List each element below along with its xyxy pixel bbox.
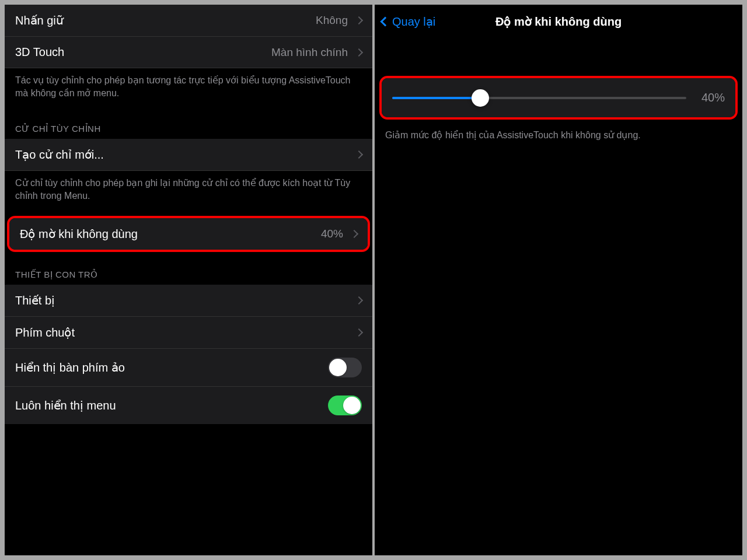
- row-always-show-menu[interactable]: Luôn hiển thị menu: [5, 387, 372, 424]
- create-gesture-label: Tạo cử chỉ mới...: [15, 148, 104, 162]
- top-footer-text: Tác vụ tùy chỉnh cho phép bạn tương tác …: [5, 68, 372, 110]
- touch3d-value-text: Màn hình chính: [271, 46, 348, 59]
- touch3d-value: Màn hình chính: [271, 46, 362, 59]
- chevron-right-icon: [355, 16, 363, 24]
- page-title: Độ mờ khi không dùng: [495, 15, 622, 29]
- create-gesture-chevron-wrap: [352, 152, 362, 158]
- row-mouse-keys[interactable]: Phím chuột: [5, 317, 372, 349]
- settings-pane-left: Nhấn giữ Không 3D Touch Màn hình chính T…: [5, 5, 372, 555]
- mouse-keys-label: Phím chuột: [15, 326, 75, 340]
- back-button[interactable]: Quay lại: [382, 15, 435, 29]
- section-header-custom-gestures: CỬ CHỈ TÙY CHỈNH: [5, 110, 372, 139]
- chevron-right-icon: [355, 296, 363, 304]
- slider-fill: [392, 97, 480, 99]
- row-devices[interactable]: Thiết bị: [5, 285, 372, 317]
- idle-opacity-highlight: Độ mờ khi không dùng 40%: [7, 216, 370, 252]
- navbar: Quay lại Độ mờ khi không dùng: [375, 5, 742, 38]
- devices-chevron-wrap: [352, 298, 362, 303]
- row-press-hold[interactable]: Nhấn giữ Không: [5, 5, 372, 37]
- touch3d-label: 3D Touch: [15, 46, 64, 59]
- mouse-keys-chevron-wrap: [352, 330, 362, 335]
- idle-opacity-label: Độ mờ khi không dùng: [20, 227, 138, 241]
- idle-opacity-value: 40%: [321, 228, 357, 240]
- press-hold-value: Không: [316, 14, 362, 27]
- toggle-knob: [343, 397, 361, 414]
- opacity-footer-text: Giảm mức độ hiển thị của AssistiveTouch …: [375, 123, 742, 152]
- back-label: Quay lại: [392, 15, 435, 29]
- press-hold-value-text: Không: [316, 14, 348, 27]
- slider-thumb[interactable]: [472, 89, 489, 107]
- always-menu-label: Luôn hiển thị menu: [15, 398, 116, 412]
- settings-pane-right: Quay lại Độ mờ khi không dùng 40% Giảm m…: [375, 5, 742, 555]
- section-header-pointer-devices: THIẾT BỊ CON TRỎ: [5, 256, 372, 285]
- row-create-gesture[interactable]: Tạo cử chỉ mới...: [5, 139, 372, 171]
- chevron-right-icon: [355, 150, 363, 159]
- press-hold-label: Nhấn giữ: [15, 13, 64, 27]
- idle-opacity-value-text: 40%: [321, 228, 343, 240]
- always-menu-toggle[interactable]: [328, 396, 362, 415]
- row-opacity-slider: 40%: [382, 78, 735, 117]
- opacity-slider-value: 40%: [696, 91, 725, 104]
- slider-highlight: 40%: [379, 76, 738, 120]
- chevron-right-icon: [355, 48, 363, 56]
- row-3d-touch[interactable]: 3D Touch Màn hình chính: [5, 37, 372, 68]
- toggle-knob: [329, 359, 347, 376]
- show-keyboard-toggle[interactable]: [328, 358, 362, 377]
- slider-highlight-wrap: 40%: [375, 38, 742, 123]
- row-idle-opacity[interactable]: Độ mờ khi không dùng 40%: [9, 218, 368, 250]
- chevron-right-icon: [350, 230, 358, 238]
- opacity-slider[interactable]: [392, 97, 686, 99]
- devices-label: Thiết bị: [15, 293, 55, 307]
- idle-opacity-highlight-wrap: Độ mờ khi không dùng 40%: [5, 212, 372, 256]
- row-show-keyboard[interactable]: Hiển thị bàn phím ảo: [5, 349, 372, 387]
- chevron-left-icon: [381, 17, 390, 27]
- chevron-right-icon: [355, 328, 363, 337]
- show-keyboard-label: Hiển thị bàn phím ảo: [15, 360, 125, 374]
- custom-gestures-footer: Cử chỉ tùy chỉnh cho phép bạn ghi lại nh…: [5, 171, 372, 212]
